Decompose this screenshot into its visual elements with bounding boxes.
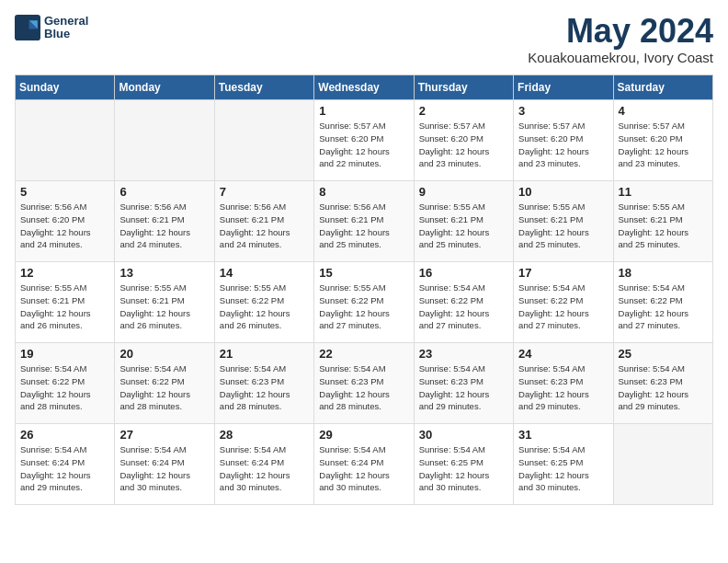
weekday-header-cell: Friday: [514, 75, 613, 100]
day-number: 13: [119, 266, 209, 280]
day-number: 1: [319, 104, 408, 118]
day-number: 15: [319, 266, 408, 280]
calendar-cell: 25Sunrise: 5:54 AMSunset: 6:23 PMDayligh…: [613, 343, 712, 424]
day-info: Sunrise: 5:55 AMSunset: 6:21 PMDaylight:…: [419, 201, 508, 251]
day-info: Sunrise: 5:57 AMSunset: 6:20 PMDaylight:…: [518, 120, 608, 170]
day-info: Sunrise: 5:54 AMSunset: 6:22 PMDaylight:…: [419, 282, 508, 332]
day-info: Sunrise: 5:54 AMSunset: 6:25 PMDaylight:…: [419, 443, 508, 494]
day-number: 28: [220, 428, 309, 442]
logo-icon: [15, 15, 40, 40]
day-info: Sunrise: 5:54 AMSunset: 6:22 PMDaylight:…: [20, 362, 109, 413]
day-number: 24: [518, 347, 608, 361]
calendar-cell: 3Sunrise: 5:57 AMSunset: 6:20 PMDaylight…: [514, 100, 613, 181]
calendar-cell: 28Sunrise: 5:54 AMSunset: 6:24 PMDayligh…: [214, 424, 313, 505]
day-number: 23: [419, 347, 508, 361]
day-number: 20: [119, 347, 209, 361]
day-info: Sunrise: 5:54 AMSunset: 6:22 PMDaylight:…: [619, 282, 708, 332]
day-number: 7: [220, 185, 309, 199]
location-subtitle: Kouakouamekrou, Ivory Coast: [528, 50, 713, 65]
day-info: Sunrise: 5:54 AMSunset: 6:23 PMDaylight:…: [518, 362, 608, 413]
calendar-cell: 24Sunrise: 5:54 AMSunset: 6:23 PMDayligh…: [514, 343, 613, 424]
day-number: 14: [220, 266, 309, 280]
calendar-cell: 31Sunrise: 5:54 AMSunset: 6:25 PMDayligh…: [514, 424, 613, 505]
calendar-table: SundayMondayTuesdayWednesdayThursdayFrid…: [15, 75, 713, 505]
day-info: Sunrise: 5:56 AMSunset: 6:21 PMDaylight:…: [319, 201, 408, 251]
calendar-cell: 7Sunrise: 5:56 AMSunset: 6:21 PMDaylight…: [214, 181, 313, 262]
calendar-cell: 5Sunrise: 5:56 AMSunset: 6:20 PMDaylight…: [16, 181, 115, 262]
logo-line2: Blue: [44, 28, 88, 40]
weekday-header-cell: Monday: [115, 75, 214, 100]
calendar-cell: 18Sunrise: 5:54 AMSunset: 6:22 PMDayligh…: [613, 262, 712, 343]
calendar-week-row: 12Sunrise: 5:55 AMSunset: 6:21 PMDayligh…: [16, 262, 713, 343]
calendar-cell: 11Sunrise: 5:55 AMSunset: 6:21 PMDayligh…: [613, 181, 712, 262]
calendar-cell: 10Sunrise: 5:55 AMSunset: 6:21 PMDayligh…: [514, 181, 613, 262]
day-info: Sunrise: 5:54 AMSunset: 6:24 PMDaylight:…: [220, 443, 309, 494]
day-info: Sunrise: 5:55 AMSunset: 6:22 PMDaylight:…: [319, 282, 408, 332]
day-info: Sunrise: 5:54 AMSunset: 6:23 PMDaylight:…: [319, 362, 408, 413]
calendar-cell: 13Sunrise: 5:55 AMSunset: 6:21 PMDayligh…: [115, 262, 214, 343]
calendar-cell: 9Sunrise: 5:55 AMSunset: 6:21 PMDaylight…: [414, 181, 513, 262]
day-info: Sunrise: 5:54 AMSunset: 6:23 PMDaylight:…: [419, 362, 508, 413]
calendar-cell: 20Sunrise: 5:54 AMSunset: 6:22 PMDayligh…: [115, 343, 214, 424]
weekday-header-row: SundayMondayTuesdayWednesdayThursdayFrid…: [16, 75, 713, 100]
day-number: 8: [319, 185, 408, 199]
day-number: 25: [619, 347, 708, 361]
day-number: 22: [319, 347, 408, 361]
day-info: Sunrise: 5:54 AMSunset: 6:24 PMDaylight:…: [319, 443, 408, 494]
weekday-header-cell: Sunday: [16, 75, 115, 100]
day-info: Sunrise: 5:55 AMSunset: 6:21 PMDaylight:…: [518, 201, 608, 251]
day-number: 31: [518, 428, 608, 442]
calendar-cell: 27Sunrise: 5:54 AMSunset: 6:24 PMDayligh…: [115, 424, 214, 505]
calendar-cell: 19Sunrise: 5:54 AMSunset: 6:22 PMDayligh…: [16, 343, 115, 424]
month-title: May 2024: [528, 15, 713, 48]
calendar-cell: 29Sunrise: 5:54 AMSunset: 6:24 PMDayligh…: [314, 424, 414, 505]
day-info: Sunrise: 5:54 AMSunset: 6:24 PMDaylight:…: [20, 443, 109, 494]
calendar-week-row: 26Sunrise: 5:54 AMSunset: 6:24 PMDayligh…: [16, 424, 713, 505]
calendar-cell: 30Sunrise: 5:54 AMSunset: 6:25 PMDayligh…: [414, 424, 513, 505]
day-number: 4: [619, 104, 708, 118]
day-info: Sunrise: 5:55 AMSunset: 6:22 PMDaylight:…: [220, 282, 309, 332]
calendar-cell: 26Sunrise: 5:54 AMSunset: 6:24 PMDayligh…: [16, 424, 115, 505]
calendar-week-row: 5Sunrise: 5:56 AMSunset: 6:20 PMDaylight…: [16, 181, 713, 262]
day-number: 19: [20, 347, 109, 361]
day-number: 17: [518, 266, 608, 280]
calendar-cell: 15Sunrise: 5:55 AMSunset: 6:22 PMDayligh…: [314, 262, 414, 343]
day-info: Sunrise: 5:54 AMSunset: 6:24 PMDaylight:…: [119, 443, 209, 494]
day-info: Sunrise: 5:54 AMSunset: 6:23 PMDaylight:…: [619, 362, 708, 413]
day-number: 2: [419, 104, 508, 118]
day-number: 29: [319, 428, 408, 442]
day-number: 21: [220, 347, 309, 361]
page-header: General Blue May 2024 Kouakouamekrou, Iv…: [15, 15, 713, 65]
calendar-cell: [613, 424, 712, 505]
day-info: Sunrise: 5:55 AMSunset: 6:21 PMDaylight:…: [619, 201, 708, 251]
calendar-cell: 2Sunrise: 5:57 AMSunset: 6:20 PMDaylight…: [414, 100, 513, 181]
day-number: 6: [119, 185, 209, 199]
calendar-cell: 6Sunrise: 5:56 AMSunset: 6:21 PMDaylight…: [115, 181, 214, 262]
calendar-cell: 23Sunrise: 5:54 AMSunset: 6:23 PMDayligh…: [414, 343, 513, 424]
calendar-week-row: 19Sunrise: 5:54 AMSunset: 6:22 PMDayligh…: [16, 343, 713, 424]
calendar-cell: [16, 100, 115, 181]
day-number: 18: [619, 266, 708, 280]
logo: General Blue: [15, 15, 88, 41]
day-info: Sunrise: 5:57 AMSunset: 6:20 PMDaylight:…: [619, 120, 708, 170]
calendar-cell: 16Sunrise: 5:54 AMSunset: 6:22 PMDayligh…: [414, 262, 513, 343]
day-info: Sunrise: 5:56 AMSunset: 6:21 PMDaylight:…: [119, 201, 209, 251]
day-number: 12: [20, 266, 109, 280]
calendar-cell: 1Sunrise: 5:57 AMSunset: 6:20 PMDaylight…: [314, 100, 414, 181]
weekday-header-cell: Saturday: [613, 75, 712, 100]
day-info: Sunrise: 5:54 AMSunset: 6:22 PMDaylight:…: [518, 282, 608, 332]
day-number: 9: [419, 185, 508, 199]
day-info: Sunrise: 5:57 AMSunset: 6:20 PMDaylight:…: [419, 120, 508, 170]
day-info: Sunrise: 5:55 AMSunset: 6:21 PMDaylight:…: [20, 282, 109, 332]
day-info: Sunrise: 5:54 AMSunset: 6:25 PMDaylight:…: [518, 443, 608, 494]
calendar-cell: 4Sunrise: 5:57 AMSunset: 6:20 PMDaylight…: [613, 100, 712, 181]
calendar-cell: 17Sunrise: 5:54 AMSunset: 6:22 PMDayligh…: [514, 262, 613, 343]
day-info: Sunrise: 5:56 AMSunset: 6:21 PMDaylight:…: [220, 201, 309, 251]
day-info: Sunrise: 5:55 AMSunset: 6:21 PMDaylight:…: [119, 282, 209, 332]
day-number: 10: [518, 185, 608, 199]
calendar-cell: 21Sunrise: 5:54 AMSunset: 6:23 PMDayligh…: [214, 343, 313, 424]
day-number: 11: [619, 185, 708, 199]
calendar-body: 1Sunrise: 5:57 AMSunset: 6:20 PMDaylight…: [16, 100, 713, 505]
calendar-cell: 14Sunrise: 5:55 AMSunset: 6:22 PMDayligh…: [214, 262, 313, 343]
calendar-cell: [115, 100, 214, 181]
